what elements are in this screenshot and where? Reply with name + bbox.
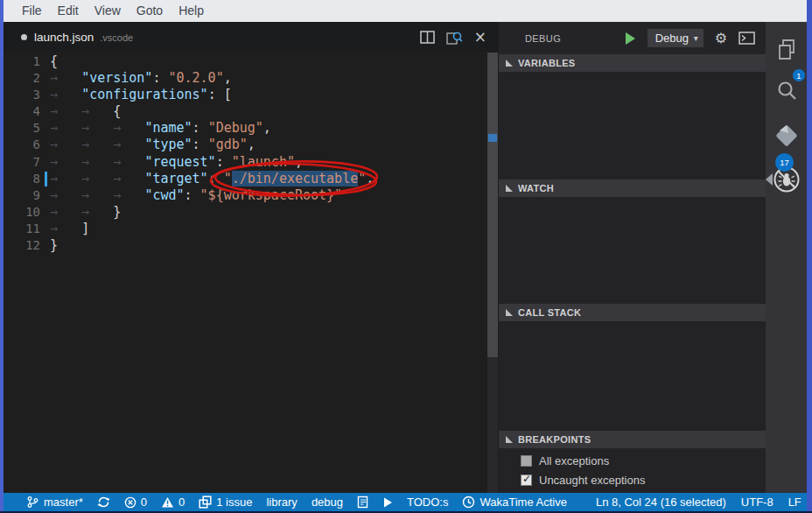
code-line[interactable]: 1{: [4, 53, 499, 70]
debug-console-icon[interactable]: [738, 32, 755, 45]
code-token: → → →: [50, 187, 144, 203]
open-preview-icon[interactable]: [446, 31, 463, 45]
error-circle-status[interactable]: 0: [124, 495, 147, 509]
debug-config-dropdown[interactable]: Debug ▾: [648, 29, 704, 47]
activity-files-icon[interactable]: [766, 38, 807, 66]
code-line[interactable]: 8→ → → "target": "./bin/executable",: [4, 171, 499, 187]
clock-status[interactable]: WakaTime Active: [462, 495, 566, 509]
status-library[interactable]: library: [266, 495, 297, 509]
code-line[interactable]: 7→ → → "request": "launch",: [4, 154, 499, 171]
code-token: "type": [144, 137, 192, 152]
notebook-status[interactable]: [357, 495, 368, 509]
checkbox[interactable]: [521, 455, 532, 467]
breakpoint-row[interactable]: All exceptions: [499, 451, 766, 470]
status-todo-s[interactable]: TODO:s: [407, 495, 448, 509]
breakpoints-body: All exceptionsUncaught exceptions: [499, 448, 766, 493]
code-line[interactable]: 5→ → → "name": "Debug",: [4, 120, 499, 137]
code-line[interactable]: 3→ "configurations": [: [4, 87, 499, 103]
code-line[interactable]: 4→ → {: [4, 103, 499, 120]
scrollbar-thumb[interactable]: [487, 53, 498, 357]
menu-view[interactable]: View: [87, 0, 129, 22]
debug-config-value: Debug: [655, 32, 689, 45]
section-header-variables[interactable]: VARIABLES: [499, 54, 766, 72]
code-token: ,: [295, 154, 303, 170]
code-text: → ]: [50, 221, 89, 237]
status-label: 1 issue: [216, 495, 252, 509]
code-token: :: [185, 187, 200, 203]
section-header-watch[interactable]: WATCH: [499, 179, 766, 197]
status-ln-8-col-24-16-selected-[interactable]: Ln 8, Col 24 (16 selected): [596, 495, 726, 509]
line-number: 7: [4, 154, 46, 171]
gear-icon[interactable]: ⚙: [715, 32, 727, 46]
code-line[interactable]: 6→ → → "type": "gdb",: [4, 137, 499, 153]
git-icon: [772, 121, 802, 154]
watch-body: [499, 197, 766, 304]
breakpoint-label: All exceptions: [539, 454, 609, 467]
code-token: "Debug": [208, 120, 263, 136]
vscode-window: FileEditViewGotoHelp launch.json .vscode…: [0, 0, 812, 513]
code-token: }: [50, 237, 58, 253]
code-token: :: [192, 137, 208, 152]
code-token: "${workspaceRoot}": [200, 187, 343, 203]
code-line[interactable]: 11→ ]: [4, 221, 499, 237]
line-number: 8: [4, 171, 46, 187]
menu-edit[interactable]: Edit: [50, 0, 87, 22]
menu-file[interactable]: File: [14, 0, 50, 22]
active-view-indicator: [766, 173, 773, 186]
code-token: → → →: [50, 171, 144, 186]
window-border-right: [807, 0, 812, 513]
code-token: {: [113, 103, 121, 119]
status-label: UTF-8: [741, 495, 774, 509]
editor-scrollbar[interactable]: [487, 53, 498, 493]
code-text: → → → "target": "./bin/executable",: [50, 171, 374, 187]
code-editor[interactable]: 1{2→ "version": "0.2.0",3→ "configuratio…: [4, 53, 499, 493]
play-status[interactable]: [382, 496, 393, 509]
checkbox[interactable]: [521, 474, 532, 486]
breakpoint-row[interactable]: Uncaught exceptions: [499, 470, 766, 489]
git-branch-icon: [26, 495, 39, 509]
warning-triangle-status[interactable]: 0: [161, 495, 185, 509]
status-debug[interactable]: debug: [312, 495, 343, 509]
line-number: 11: [4, 221, 46, 237]
code-line[interactable]: 9→ → → "cwd": "${workspaceRoot}": [4, 187, 499, 204]
code-line[interactable]: 12}: [4, 237, 499, 254]
tab-launch-json[interactable]: launch.json .vscode: [21, 31, 133, 44]
status-label: debug: [312, 495, 343, 509]
code-token: "gdb": [208, 137, 248, 152]
code-token: :: [192, 120, 208, 136]
code-text: → → → "type": "gdb",: [50, 137, 256, 153]
git-branch-status[interactable]: master*: [26, 495, 83, 509]
status-lf[interactable]: LF: [788, 495, 802, 509]
menu-goto[interactable]: Goto: [129, 0, 171, 22]
close-tab-icon[interactable]: ×: [474, 30, 486, 45]
code-lines: 1{2→ "version": "0.2.0",3→ "configuratio…: [4, 53, 499, 254]
start-debug-button[interactable]: [626, 32, 635, 45]
issues-status[interactable]: 1 issue: [199, 495, 252, 509]
sync-status[interactable]: [97, 495, 110, 509]
status-label: 0: [178, 495, 185, 509]
code-token: "0.2.0": [168, 70, 223, 86]
status-label: Ln 8, Col 24 (16 selected): [596, 495, 726, 509]
menu-help[interactable]: Help: [171, 0, 212, 22]
selected-text: ./bin/executable: [232, 171, 359, 186]
activity-git-icon[interactable]: [766, 121, 807, 154]
clock-icon: [462, 495, 475, 509]
code-text: → "version": "0.2.0",: [50, 70, 232, 87]
status-utf-8[interactable]: UTF-8: [741, 495, 774, 509]
code-text: }: [50, 237, 58, 254]
line-number: 10: [4, 204, 46, 221]
status-label: LF: [788, 495, 802, 509]
code-line[interactable]: 2→ "version": "0.2.0",: [4, 70, 499, 87]
code-line[interactable]: 10→ → }: [4, 204, 499, 221]
play-icon: [382, 496, 393, 509]
code-token: → → →: [50, 120, 144, 136]
activity-search-icon[interactable]: [766, 79, 807, 107]
code-token: "configurations": [81, 87, 208, 102]
code-token: "name": [144, 120, 192, 136]
debug-panel-title: DEBUG: [525, 33, 561, 44]
section-header-breakpoints[interactable]: BREAKPOINTS: [499, 431, 766, 448]
split-editor-icon[interactable]: [420, 31, 435, 44]
section-header-call-stack[interactable]: CALL STACK: [499, 304, 766, 321]
code-token: "version": [81, 70, 152, 86]
modified-indicator-dot: [21, 34, 27, 40]
